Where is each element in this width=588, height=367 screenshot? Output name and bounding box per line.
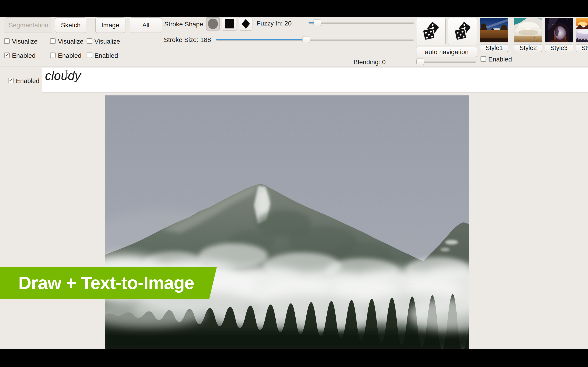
- style-enabled-label: Enabled: [488, 56, 512, 63]
- blending-slider[interactable]: [417, 61, 476, 63]
- visualize-checkbox-image[interactable]: [86, 38, 92, 44]
- visualize-label: Visualize: [95, 38, 120, 45]
- toolbar-separator: [0, 67, 588, 67]
- letterbox-top: [0, 0, 588, 17]
- generated-landscape: [105, 95, 469, 349]
- visualize-label: Visualize: [12, 38, 38, 45]
- enabled-label: Enabled: [58, 52, 82, 59]
- text-cursor-icon: [64, 69, 69, 78]
- circle-icon: [208, 19, 218, 29]
- generation-canvas[interactable]: [105, 95, 469, 349]
- stroke-size-slider[interactable]: [216, 39, 414, 41]
- style3-image: [545, 18, 573, 42]
- square-icon: [225, 19, 234, 28]
- image-button[interactable]: Image: [95, 17, 125, 33]
- randomize-style-button-1[interactable]: [416, 18, 446, 45]
- toolbar-divider: [163, 18, 163, 67]
- prompt-enabled-checkbox[interactable]: [8, 78, 14, 83]
- banner: Draw + Text-to-Image: [0, 267, 217, 299]
- style4-thumbnail[interactable]: [576, 18, 588, 42]
- style1-button[interactable]: Style1: [480, 44, 508, 52]
- stroke-shape-circle-button[interactable]: [206, 17, 220, 31]
- all-button[interactable]: All: [130, 17, 162, 33]
- fuzzy-threshold-label: Fuzzy th: 20: [257, 20, 292, 27]
- style1-image: [480, 18, 508, 42]
- diamond-icon: [241, 19, 250, 29]
- style3-button[interactable]: Style3: [545, 44, 573, 52]
- visualize-checkbox-sketch[interactable]: [50, 38, 56, 44]
- blending-label: Blending: 0: [354, 58, 386, 66]
- stroke-size-slider-handle[interactable]: [302, 36, 310, 43]
- segmentation-button[interactable]: Segmentation: [5, 17, 52, 33]
- enabled-label: Enabled: [12, 52, 36, 59]
- visualize-checkbox-segmentation[interactable]: [4, 38, 10, 44]
- prompt-input[interactable]: cloudy: [42, 67, 588, 92]
- enabled-checkbox-segmentation[interactable]: [4, 52, 10, 58]
- blending-slider-handle[interactable]: [416, 58, 424, 65]
- style2-image: [514, 18, 542, 42]
- style4-image: [576, 18, 588, 42]
- stroke-size-slider-fill: [216, 39, 306, 40]
- banner-text: Draw + Text-to-Image: [0, 273, 194, 293]
- sketch-button[interactable]: Sketch: [55, 17, 86, 33]
- fuzzy-threshold-slider-handle[interactable]: [313, 19, 321, 26]
- enabled-checkbox-sketch[interactable]: [50, 52, 56, 58]
- prompt-enabled-label: Enabled: [16, 77, 40, 85]
- visualize-label: Visualize: [58, 38, 84, 45]
- randomize-style-button-2[interactable]: [448, 18, 477, 45]
- auto-navigation-button[interactable]: auto navigation: [416, 47, 477, 57]
- stroke-shape-diamond-button[interactable]: [239, 17, 252, 31]
- stroke-size-label: Stroke Size: 188: [164, 36, 211, 44]
- dice-pair-icon: [452, 21, 473, 43]
- stroke-shape-square-button[interactable]: [222, 17, 237, 31]
- style4-button[interactable]: Style4: [576, 44, 588, 52]
- style2-button[interactable]: Style2: [514, 44, 542, 52]
- app-window: Segmentation Sketch Image All Visualize …: [0, 0, 588, 367]
- style1-thumbnail[interactable]: [480, 18, 508, 42]
- dice-pair-icon: [420, 21, 441, 43]
- letterbox-bottom: [0, 349, 588, 367]
- style2-thumbnail[interactable]: [514, 18, 542, 42]
- prompt-text: cloudy: [45, 68, 81, 83]
- enabled-label: Enabled: [95, 52, 118, 59]
- stroke-shape-label: Stroke Shape: [164, 21, 203, 28]
- enabled-checkbox-image[interactable]: [86, 52, 92, 58]
- style3-thumbnail[interactable]: [545, 18, 573, 42]
- style-enabled-checkbox[interactable]: [481, 56, 486, 62]
- fuzzy-threshold-slider[interactable]: [309, 22, 414, 24]
